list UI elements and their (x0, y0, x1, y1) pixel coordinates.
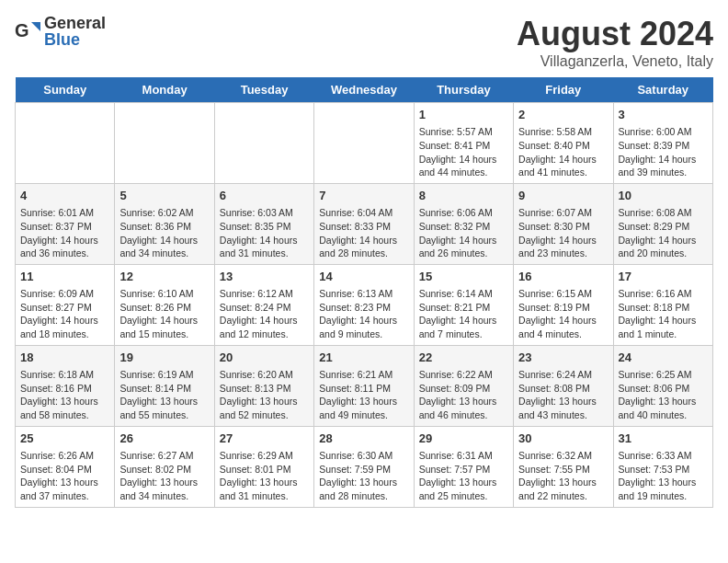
day-info: Sunset: 8:13 PM (220, 382, 309, 396)
day-info: Sunrise: 6:15 AM (518, 287, 608, 301)
day-info: Sunrise: 6:16 AM (619, 287, 708, 301)
day-info: Daylight: 14 hours and 34 minutes. (119, 234, 209, 260)
day-info: Sunset: 7:55 PM (518, 463, 608, 477)
day-info: Sunrise: 6:12 AM (220, 287, 309, 301)
day-info: Sunset: 8:40 PM (518, 139, 608, 153)
calendar-cell: 18Sunrise: 6:18 AMSunset: 8:16 PMDayligh… (16, 345, 115, 426)
logo: G General Blue (15, 15, 106, 48)
calendar-cell: 25Sunrise: 6:26 AMSunset: 8:04 PMDayligh… (16, 426, 115, 507)
day-number: 12 (119, 269, 209, 285)
calendar-table: SundayMondayTuesdayWednesdayThursdayFrid… (15, 77, 713, 508)
calendar-cell: 2Sunrise: 5:58 AMSunset: 8:40 PMDaylight… (514, 103, 613, 184)
day-number: 16 (518, 269, 608, 285)
day-number: 21 (319, 350, 408, 366)
day-info: Sunrise: 6:09 AM (20, 287, 109, 301)
day-info: Daylight: 14 hours and 39 minutes. (619, 153, 708, 179)
day-info: Sunrise: 5:58 AM (518, 125, 608, 139)
calendar-cell: 31Sunrise: 6:33 AMSunset: 7:53 PMDayligh… (613, 426, 712, 507)
logo-blue-text: Blue (44, 30, 80, 49)
calendar-cell: 21Sunrise: 6:21 AMSunset: 8:11 PMDayligh… (314, 345, 414, 426)
day-number: 9 (518, 188, 608, 204)
day-info: Sunrise: 6:29 AM (220, 449, 309, 463)
calendar-cell: 24Sunrise: 6:25 AMSunset: 8:06 PMDayligh… (613, 345, 712, 426)
day-number: 23 (518, 350, 608, 366)
day-info: Sunset: 8:19 PM (518, 301, 608, 315)
day-info: Sunrise: 5:57 AM (419, 125, 508, 139)
weekday-header-thursday: Thursday (414, 77, 513, 103)
day-info: Sunset: 8:01 PM (220, 463, 309, 477)
day-number: 11 (20, 269, 109, 285)
day-info: Daylight: 13 hours and 58 minutes. (20, 395, 109, 421)
day-number: 6 (220, 188, 309, 204)
calendar-cell: 8Sunrise: 6:06 AMSunset: 8:32 PMDaylight… (414, 183, 513, 264)
day-info: Sunset: 8:24 PM (220, 301, 309, 315)
day-info: Sunrise: 6:25 AM (619, 368, 708, 382)
day-info: Sunrise: 6:01 AM (20, 206, 109, 220)
day-number: 2 (518, 107, 608, 123)
day-info: Daylight: 14 hours and 44 minutes. (419, 153, 508, 179)
day-info: Daylight: 13 hours and 43 minutes. (518, 395, 608, 421)
day-number: 13 (220, 269, 309, 285)
day-info: Sunrise: 6:06 AM (419, 206, 508, 220)
day-info: Sunset: 8:39 PM (619, 139, 708, 153)
day-info: Sunset: 8:08 PM (518, 382, 608, 396)
day-info: Sunrise: 6:32 AM (518, 449, 608, 463)
day-number: 17 (619, 269, 708, 285)
calendar-cell (16, 103, 115, 184)
calendar-cell: 27Sunrise: 6:29 AMSunset: 8:01 PMDayligh… (214, 426, 313, 507)
weekday-header-friday: Friday (514, 77, 613, 103)
weekday-header-row: SundayMondayTuesdayWednesdayThursdayFrid… (16, 77, 713, 103)
calendar-cell: 15Sunrise: 6:14 AMSunset: 8:21 PMDayligh… (414, 264, 513, 345)
calendar-cell (214, 103, 313, 184)
day-number: 20 (220, 350, 309, 366)
day-info: Daylight: 14 hours and 18 minutes. (20, 314, 109, 340)
day-info: Daylight: 13 hours and 31 minutes. (220, 476, 309, 502)
day-info: Daylight: 13 hours and 55 minutes. (119, 395, 209, 421)
day-number: 10 (619, 188, 708, 204)
day-info: Daylight: 14 hours and 31 minutes. (220, 234, 309, 260)
day-number: 26 (119, 431, 209, 447)
calendar-cell: 5Sunrise: 6:02 AMSunset: 8:36 PMDaylight… (115, 183, 214, 264)
day-info: Sunset: 8:30 PM (518, 220, 608, 234)
weekday-header-tuesday: Tuesday (214, 77, 313, 103)
day-info: Sunrise: 6:21 AM (319, 368, 408, 382)
day-number: 27 (220, 431, 309, 447)
day-info: Sunset: 8:32 PM (419, 220, 508, 234)
week-row-3: 11Sunrise: 6:09 AMSunset: 8:27 PMDayligh… (16, 264, 713, 345)
day-info: Sunset: 8:37 PM (20, 220, 109, 234)
day-info: Daylight: 14 hours and 26 minutes. (419, 234, 508, 260)
calendar-cell: 26Sunrise: 6:27 AMSunset: 8:02 PMDayligh… (115, 426, 214, 507)
day-info: Sunset: 8:23 PM (319, 301, 408, 315)
day-number: 25 (20, 431, 109, 447)
day-info: Daylight: 14 hours and 7 minutes. (419, 314, 508, 340)
day-number: 15 (419, 269, 508, 285)
day-info: Daylight: 14 hours and 12 minutes. (220, 314, 309, 340)
day-info: Sunset: 8:21 PM (419, 301, 508, 315)
day-info: Sunrise: 6:26 AM (20, 449, 109, 463)
day-info: Daylight: 14 hours and 28 minutes. (319, 234, 408, 260)
day-number: 1 (419, 107, 508, 123)
day-info: Daylight: 14 hours and 36 minutes. (20, 234, 109, 260)
day-info: Sunset: 8:26 PM (119, 301, 209, 315)
day-number: 24 (619, 350, 708, 366)
day-info: Sunset: 8:02 PM (119, 463, 209, 477)
logo-general-text: General (44, 14, 106, 32)
day-info: Daylight: 14 hours and 1 minute. (619, 314, 708, 340)
day-info: Daylight: 14 hours and 9 minutes. (319, 314, 408, 340)
day-info: Sunrise: 6:00 AM (619, 125, 708, 139)
calendar-cell: 19Sunrise: 6:19 AMSunset: 8:14 PMDayligh… (115, 345, 214, 426)
calendar-cell: 16Sunrise: 6:15 AMSunset: 8:19 PMDayligh… (514, 264, 613, 345)
day-info: Daylight: 13 hours and 40 minutes. (619, 395, 708, 421)
day-info: Sunset: 8:41 PM (419, 139, 508, 153)
calendar-cell: 22Sunrise: 6:22 AMSunset: 8:09 PMDayligh… (414, 345, 513, 426)
svg-text:G: G (15, 20, 29, 40)
day-info: Sunrise: 6:27 AM (119, 449, 209, 463)
calendar-cell: 30Sunrise: 6:32 AMSunset: 7:55 PMDayligh… (514, 426, 613, 507)
day-info: Sunrise: 6:14 AM (419, 287, 508, 301)
day-number: 3 (619, 107, 708, 123)
week-row-4: 18Sunrise: 6:18 AMSunset: 8:16 PMDayligh… (16, 345, 713, 426)
day-info: Sunrise: 6:19 AM (119, 368, 209, 382)
day-info: Sunrise: 6:02 AM (119, 206, 209, 220)
logo-icon: G (15, 18, 40, 44)
svg-marker-1 (31, 22, 40, 31)
